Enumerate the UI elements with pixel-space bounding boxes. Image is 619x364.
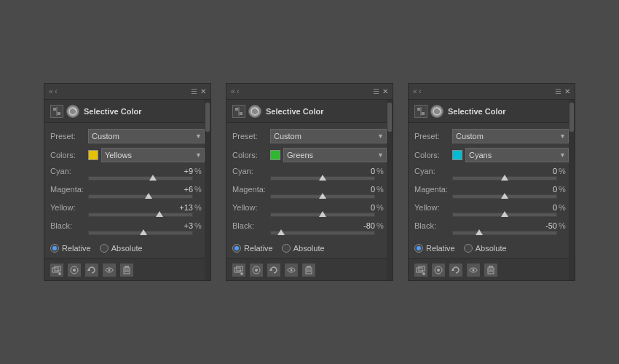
slider-track-2[interactable] [88,213,193,217]
slider-track-2[interactable] [270,213,375,217]
relative-radio-label[interactable]: Relative [50,244,91,253]
absolute-radio-label[interactable]: Absolute [282,244,325,253]
delete-icon[interactable] [302,264,315,277]
svg-rect-0 [53,108,56,111]
slider-track-0[interactable] [88,176,193,181]
add-layer-icon[interactable] [50,264,63,277]
radio-row: Relative Absolute [232,240,387,256]
slider-percent-3: % [559,221,569,230]
panel-header: Selective Color [44,100,210,123]
absolute-radio[interactable] [100,244,109,253]
slider-percent-2: % [376,203,387,212]
absolute-radio-label[interactable]: Absolute [464,244,507,253]
eye-history-icon[interactable] [250,264,263,277]
color-swatch [270,150,280,160]
relative-radio-label[interactable]: Relative [232,244,273,253]
colors-select[interactable]: Cyans [465,148,569,162]
scrollbar[interactable] [569,100,575,280]
colors-select[interactable]: Yellows [101,148,205,162]
panel-body: Preset: Custom ▼ Colors: Greens ▼ Cyan: [226,123,393,258]
scrollbar[interactable] [387,100,393,280]
panel-header: Selective Color [226,100,393,123]
absolute-radio[interactable] [464,244,473,253]
scrollbar-thumb[interactable] [205,103,210,132]
slider-track-3[interactable] [88,231,193,235]
adjustment-icon[interactable] [50,105,63,118]
slider-thumb-3[interactable] [476,229,483,235]
titlebar-controls: ☰ ✕ [555,87,570,95]
svg-rect-25 [237,266,243,271]
slider-thumb-0[interactable] [501,175,508,181]
slider-thumb-2[interactable] [501,211,508,217]
circle-icon[interactable] [248,105,261,118]
titlebar-close-icon[interactable]: ✕ [200,87,206,95]
preset-row: Preset: Custom ▼ [50,129,205,143]
visibility-icon[interactable] [285,264,298,277]
panel-footer [44,258,210,280]
titlebar-menu-icon[interactable]: ☰ [191,87,197,95]
slider-thumb-2[interactable] [156,211,163,217]
slider-label-row-0: Cyan: 0 % [414,167,569,175]
slider-thumb-1[interactable] [319,193,326,199]
slider-label-0: Cyan: [50,167,88,175]
preset-select[interactable]: Custom [88,129,205,143]
slider-thumb-1[interactable] [501,193,508,199]
relative-radio[interactable] [50,244,59,253]
add-layer-icon[interactable] [232,264,245,277]
reset-icon[interactable] [85,264,98,277]
absolute-radio-label[interactable]: Absolute [100,244,143,253]
circle-icon[interactable] [66,105,79,118]
slider-label-1: Magenta: [50,185,88,194]
titlebar-close-icon[interactable]: ✕ [382,87,388,95]
scrollbar-thumb[interactable] [569,103,574,132]
relative-radio[interactable] [414,244,423,253]
add-layer-icon[interactable] [414,264,427,277]
slider-thumb-3[interactable] [140,229,147,235]
slider-label-row-1: Magenta: 0 % [414,185,569,194]
slider-track-0[interactable] [270,176,375,181]
slider-track-0[interactable] [452,176,557,181]
scrollbar-thumb[interactable] [387,103,392,132]
preset-select[interactable]: Custom [452,129,569,143]
slider-track-2[interactable] [452,213,557,217]
colors-select-wrapper: Greens ▼ [270,148,387,162]
adjustment-icon[interactable] [414,105,427,118]
eye-history-icon[interactable] [68,264,81,277]
slider-track-1[interactable] [270,194,375,199]
panel-header-icons [232,105,261,118]
preset-select[interactable]: Custom [270,129,387,143]
titlebar-arrows[interactable]: « ‹ [413,87,422,95]
relative-radio[interactable] [232,244,241,253]
scrollbar[interactable] [205,100,210,280]
slider-track-1[interactable] [88,194,193,199]
slider-thumb-3[interactable] [277,229,285,235]
slider-thumb-0[interactable] [149,175,157,181]
titlebar-menu-icon[interactable]: ☰ [373,87,379,95]
titlebar-menu-icon[interactable]: ☰ [555,87,561,95]
relative-radio-label[interactable]: Relative [414,244,455,253]
slider-thumb-2[interactable] [319,211,326,217]
svg-point-29 [255,269,258,272]
delete-icon[interactable] [484,264,497,277]
titlebar-close-icon[interactable]: ✕ [564,87,570,95]
reset-icon[interactable] [449,264,462,277]
titlebar-arrows[interactable]: « ‹ [49,87,58,95]
eye-history-icon[interactable] [432,264,445,277]
slider-track-1[interactable] [452,194,557,199]
slider-thumb-0[interactable] [319,175,326,181]
visibility-icon[interactable] [467,264,480,277]
slider-thumb-1[interactable] [145,193,152,199]
titlebar-arrows[interactable]: « ‹ [231,87,240,95]
colors-select[interactable]: Greens [283,148,387,162]
delete-icon[interactable] [120,264,133,277]
preset-row: Preset: Custom ▼ [232,129,387,143]
slider-track-3[interactable] [270,231,375,235]
reset-icon[interactable] [267,264,280,277]
adjustment-icon[interactable] [232,105,245,118]
visibility-icon[interactable] [103,264,116,277]
panel-body: Preset: Custom ▼ Colors: Yellows ▼ Cyan: [44,123,210,258]
slider-track-3[interactable] [452,231,557,235]
panel-0: « ‹ ☰ ✕ Selective Color Preset: Custom ▼ [44,83,211,281]
absolute-radio[interactable] [282,244,291,253]
circle-icon[interactable] [430,105,443,118]
